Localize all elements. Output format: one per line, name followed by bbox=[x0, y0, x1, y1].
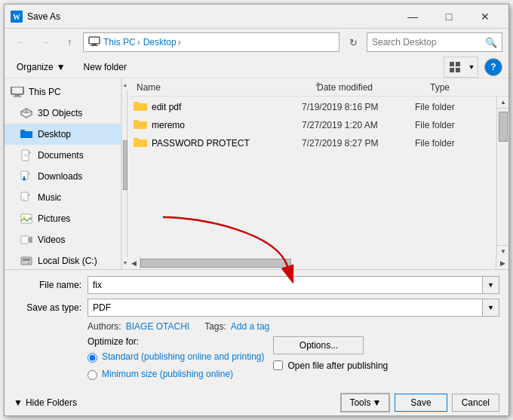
open-after-option[interactable]: Open file after publishing bbox=[273, 360, 388, 371]
svg-rect-29 bbox=[23, 259, 30, 261]
filetype-dropdown-button[interactable]: ▼ bbox=[483, 299, 499, 317]
window-controls: — □ ✕ bbox=[395, 6, 502, 27]
svg-rect-33 bbox=[134, 121, 147, 129]
hide-folders-chevron-icon: ▼ bbox=[14, 397, 23, 408]
col-header-type[interactable]: Type bbox=[427, 81, 502, 94]
optimize-section: Optimize for: Standard (publishing onlin… bbox=[88, 336, 264, 381]
right-options: Options... Open file after publishing bbox=[273, 336, 499, 371]
sidebar-label-local-disk: Local Disk (C:) bbox=[38, 256, 97, 266]
up-button[interactable]: ↑ bbox=[59, 32, 80, 53]
sidebar-item-pictures[interactable]: Pictures bbox=[5, 208, 121, 229]
tools-group: Tools ▼ bbox=[340, 393, 390, 412]
v-scroll-up-button[interactable]: ▲ bbox=[497, 97, 508, 109]
svg-marker-14 bbox=[21, 109, 26, 113]
options-button[interactable]: Options... bbox=[273, 336, 364, 354]
tags-value[interactable]: Add a tag bbox=[231, 321, 269, 332]
music-icon: ♪ bbox=[20, 192, 33, 204]
disk-icon bbox=[20, 255, 33, 267]
search-bar[interactable]: 🔍 bbox=[367, 32, 502, 52]
sidebar-scrollbar[interactable]: ▲ ▼ bbox=[121, 78, 127, 269]
h-scroll-right-button[interactable]: ▶ bbox=[496, 257, 508, 269]
pictures-icon bbox=[20, 213, 33, 225]
svg-rect-4 bbox=[91, 45, 98, 46]
downloads-icon bbox=[20, 170, 33, 182]
minimize-button[interactable]: — bbox=[395, 6, 430, 27]
title-bar: W Save As — □ ✕ bbox=[5, 5, 508, 29]
filetype-input[interactable] bbox=[88, 299, 483, 317]
tools-button[interactable]: Tools ▼ bbox=[341, 394, 389, 412]
radio-minimum[interactable]: Minimum size (publishing online) bbox=[88, 369, 264, 381]
filename-input[interactable] bbox=[88, 276, 483, 294]
forward-button[interactable]: → bbox=[35, 32, 56, 53]
sidebar-label-videos: Videos bbox=[38, 235, 65, 245]
breadcrumb-item-desktop[interactable]: Desktop › bbox=[143, 37, 181, 48]
tags-item: Tags: Add a tag bbox=[204, 321, 269, 332]
back-button[interactable]: ← bbox=[11, 32, 32, 53]
table-row[interactable]: edit pdf 7/19/2019 8:16 PM File folder bbox=[127, 98, 496, 116]
filename-dropdown-button[interactable]: ▼ bbox=[483, 276, 499, 294]
save-button[interactable]: Save bbox=[395, 394, 447, 412]
close-button[interactable]: ✕ bbox=[468, 6, 502, 27]
action-bar: ▼ Hide Folders Tools ▼ Save Cancel bbox=[5, 387, 508, 415]
h-scroll-left-button[interactable]: ◀ bbox=[127, 257, 140, 269]
authors-value[interactable]: BIAGE OTACHI bbox=[126, 321, 189, 332]
sidebar-item-documents[interactable]: Documents bbox=[5, 145, 121, 166]
nav-toolbar: ← → ↑ This PC › Desktop › ↻ 🔍 bbox=[5, 29, 508, 56]
radio-minimum-input[interactable] bbox=[88, 370, 97, 380]
horizontal-scrollbar[interactable]: ◀ ▶ bbox=[127, 257, 508, 269]
filename-label: File name: bbox=[14, 280, 81, 290]
svg-text:♪: ♪ bbox=[23, 196, 25, 201]
col-header-date[interactable]: Date modified bbox=[314, 81, 427, 94]
tools-chevron-icon: ▼ bbox=[372, 397, 381, 408]
breadcrumb-item-thispc[interactable]: This PC › bbox=[103, 37, 140, 48]
new-folder-button[interactable]: New folder bbox=[78, 60, 133, 75]
table-row[interactable]: PASSWORD PROTECT 7/27/2019 8:27 PM File … bbox=[127, 134, 496, 152]
maximize-button[interactable]: □ bbox=[432, 6, 466, 27]
svg-marker-13 bbox=[26, 109, 32, 113]
v-scroll-thumb bbox=[499, 112, 508, 142]
refresh-button[interactable]: ↻ bbox=[343, 32, 364, 53]
sidebar-label-this-pc: This PC bbox=[29, 87, 61, 97]
breadcrumb[interactable]: This PC › Desktop › bbox=[83, 32, 339, 52]
vertical-scrollbar[interactable]: ▲ ▼ bbox=[496, 97, 508, 257]
radio-minimum-label: Minimum size (publishing online) bbox=[102, 369, 233, 381]
sidebar-item-downloads[interactable]: Downloads bbox=[5, 166, 121, 187]
sidebar: This PC 3D Objects bbox=[5, 78, 121, 269]
filetype-row: Save as type: ▼ bbox=[14, 299, 499, 317]
v-scroll-down-button[interactable]: ▼ bbox=[497, 245, 508, 257]
svg-point-25 bbox=[23, 216, 26, 219]
search-input[interactable] bbox=[372, 37, 485, 48]
breadcrumb-thispc-label: This PC bbox=[103, 37, 136, 48]
svg-rect-34 bbox=[134, 120, 139, 121]
sidebar-item-music[interactable]: ♪ Music bbox=[5, 187, 121, 208]
file-list: edit pdf 7/19/2019 8:16 PM File folder m… bbox=[127, 97, 496, 257]
hide-folders-toggle[interactable]: ▼ Hide Folders bbox=[14, 397, 77, 408]
sidebar-item-videos[interactable]: Videos bbox=[5, 229, 121, 250]
desktop-icon bbox=[20, 128, 33, 140]
view-dropdown-button[interactable]: ▼ bbox=[465, 57, 478, 77]
radio-standard[interactable]: Standard (publishing online and printing… bbox=[88, 351, 264, 363]
file-type-0: File folder bbox=[415, 102, 490, 112]
breadcrumb-desktop-label: Desktop bbox=[143, 37, 177, 48]
organize-chevron-icon: ▼ bbox=[57, 62, 66, 72]
view-icon-button[interactable] bbox=[444, 57, 465, 77]
col-header-name[interactable]: Name bbox=[134, 81, 314, 94]
svg-rect-6 bbox=[456, 62, 460, 66]
this-pc-icon bbox=[11, 86, 24, 98]
cancel-button[interactable]: Cancel bbox=[452, 394, 499, 412]
table-row[interactable]: meremo 7/27/2019 1:20 AM File folder bbox=[127, 116, 496, 134]
sidebar-item-3d-objects[interactable]: 3D Objects bbox=[5, 103, 121, 124]
organize-button[interactable]: Organize ▼ bbox=[11, 60, 72, 75]
radio-standard-input[interactable] bbox=[88, 353, 97, 363]
help-button[interactable]: ? bbox=[484, 58, 502, 76]
meta-row: Authors: BIAGE OTACHI Tags: Add a tag bbox=[14, 321, 499, 332]
sidebar-item-this-pc[interactable]: This PC bbox=[5, 81, 121, 103]
sidebar-item-desktop[interactable]: Desktop bbox=[5, 124, 121, 145]
sidebar-scroll-thumb bbox=[123, 140, 127, 190]
sidebar-item-local-disk[interactable]: Local Disk (C:) bbox=[5, 250, 121, 269]
svg-rect-16 bbox=[20, 130, 25, 131]
open-after-checkbox[interactable] bbox=[273, 360, 283, 370]
second-toolbar: Organize ▼ New folder ▼ ? bbox=[5, 56, 508, 78]
action-buttons: Tools ▼ Save Cancel bbox=[340, 393, 499, 412]
file-folder-icon-2 bbox=[134, 137, 147, 149]
